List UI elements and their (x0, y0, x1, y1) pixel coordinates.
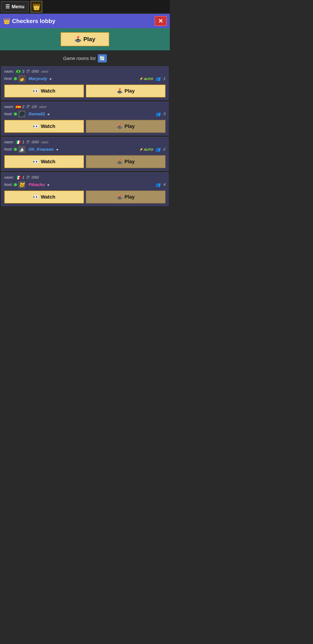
online-indicator (14, 183, 17, 186)
play-room-label: Play (124, 124, 134, 129)
host-right: ⚡ AUTO 👥 :1 (139, 76, 166, 81)
rated-badge: rated (41, 70, 48, 73)
people-icon: 👥 (155, 182, 160, 187)
room-info-line: room: 🇪🇸 2 ⏱ :1/0 rated (4, 104, 166, 110)
host-name-tag: Demo01 ◂ (27, 111, 49, 117)
room-host-line: host: 🏔️ Oh_Krausen ◂ ⚡ AUTO 👥 :2 (4, 146, 166, 153)
room-info-line: room: 🇮🇹 1 ⏱ :0/60 rated (4, 140, 166, 145)
play-main-icon: 🕹️ (74, 36, 81, 43)
play-room-button[interactable]: 🕹️ Play (86, 84, 166, 98)
host-label: host: (4, 182, 12, 187)
timer-icon: ⏱ (26, 175, 29, 180)
room-clock: :0/60 (31, 140, 39, 144)
watch-button[interactable]: 👀 Watch (4, 84, 84, 98)
host-name-tag: Marycuty ◂ (27, 76, 51, 82)
timer-icon: ⏱ (26, 69, 29, 74)
host-right: 👥 :4 (155, 182, 166, 187)
watch-icon: 👀 (33, 124, 39, 129)
host-label: host: (4, 76, 12, 81)
auto-label: AUTO (144, 148, 153, 152)
room-card-3: room: 🇮🇹 1 ⏱ :0/60 rated host: 🏔️ Oh_Kra… (1, 137, 168, 170)
host-avatar: 🐱 (18, 181, 25, 188)
watch-button[interactable]: 👀 Watch (4, 190, 84, 204)
watch-button[interactable]: 👀 Watch (4, 155, 84, 168)
refresh-button[interactable]: 🔄 (98, 54, 107, 62)
host-label: host: (4, 112, 12, 116)
refresh-icon: 🔄 (99, 56, 105, 61)
play-room-button[interactable]: 🕹️ Play (86, 155, 166, 168)
host-name-tag: Pikachu ◂ (27, 182, 49, 188)
play-main-button[interactable]: 🕹️ Play (60, 32, 109, 46)
rooms-container: room: 🇧🇷 3 ⏱ :0/60 rated host: 🧑 Marycut… (0, 66, 170, 206)
watch-label: Watch (41, 194, 55, 200)
play-room-button[interactable]: 🕹️ Play (86, 190, 166, 204)
room-label: room: (4, 105, 14, 109)
host-right: ⚡ AUTO 👥 :2 (139, 147, 166, 152)
room-label: room: (4, 175, 14, 180)
people-count: :4 (163, 183, 166, 187)
room-flag: 🇲🇽 (15, 175, 21, 180)
play-room-label: Play (124, 88, 134, 94)
room-card-4: room: 🇲🇽 1 ⏱ :0/60 host: 🐱 Pikachu ◂ 👥 :… (1, 172, 168, 206)
room-card-1: room: 🇧🇷 3 ⏱ :0/60 rated host: 🧑 Marycut… (1, 66, 168, 100)
room-number: 3 (22, 69, 24, 74)
online-indicator (14, 77, 17, 80)
host-left: host: 🌑 Demo01 ◂ (4, 110, 49, 118)
auto-icon: ⚡ (139, 147, 143, 152)
room-card-2: room: 🇪🇸 2 ⏱ :1/0 rated host: 🌑 Demo01 ◂… (1, 102, 168, 135)
people-icon: 👥 (155, 76, 160, 81)
room-label: room: (4, 69, 14, 74)
host-name: Pikachu (27, 182, 47, 188)
play-room-button[interactable]: 🕹️ Play (86, 120, 166, 133)
people-count: :2 (163, 147, 166, 152)
play-room-label: Play (124, 159, 134, 164)
play-main-label: Play (83, 36, 95, 43)
host-left: host: 🏔️ Oh_Krausen ◂ (4, 146, 58, 153)
room-label: room: (4, 140, 14, 144)
host-avatar: 🧑 (18, 75, 25, 82)
room-clock: :0/60 (31, 176, 39, 180)
host-label: host: (4, 147, 12, 152)
watch-label: Watch (41, 159, 55, 164)
room-host-line: host: 🌑 Demo01 ◂ 👥 :3 (4, 110, 166, 118)
rooms-list-header: Game rooms list 🔄 (0, 50, 170, 64)
watch-label: Watch (41, 124, 55, 129)
auto-label: AUTO (144, 77, 153, 81)
room-info-line: room: 🇲🇽 1 ⏱ :0/60 (4, 175, 166, 180)
watch-icon: 👀 (33, 194, 39, 200)
menu-button[interactable]: ☰ Menu (1, 1, 29, 12)
host-name: Oh_Krausen (27, 146, 56, 152)
host-name-bracket: ◂ (47, 182, 49, 187)
auto-icon: ⚡ (139, 77, 143, 81)
people-count: :1 (163, 77, 166, 81)
host-name-bracket: ◂ (56, 147, 58, 152)
title-icon: 👑 (3, 18, 10, 24)
host-avatar: 🌑 (18, 110, 25, 118)
host-name-bracket: ◂ (47, 112, 49, 116)
room-number: 1 (22, 140, 24, 144)
watch-button[interactable]: 👀 Watch (4, 120, 84, 133)
close-button[interactable]: ✕ (155, 16, 167, 26)
page-title: Checkers lobby (12, 18, 55, 24)
crown-button[interactable]: 👑 (31, 1, 42, 12)
top-bar: ☰ Menu 👑 (0, 0, 170, 14)
people-icon: 👥 (155, 112, 160, 116)
people-count: :3 (163, 112, 166, 116)
play-banner: 🕹️ Play (0, 28, 170, 50)
play-room-icon: 🕹️ (117, 194, 123, 200)
host-name: Demo01 (27, 111, 47, 117)
people-icon: 👥 (155, 147, 160, 152)
room-buttons: 👀 Watch 🕹️ Play (4, 155, 166, 168)
menu-label: Menu (12, 4, 24, 10)
online-indicator (14, 148, 17, 151)
room-host-line: host: 🐱 Pikachu ◂ 👥 :4 (4, 181, 166, 188)
menu-icon: ☰ (5, 4, 10, 10)
title-bar: 👑 Checkers lobby ✕ (0, 14, 170, 28)
play-room-icon: 🕹️ (117, 159, 123, 164)
auto-badge: ⚡ AUTO (139, 77, 153, 81)
room-buttons: 👀 Watch 🕹️ Play (4, 120, 166, 133)
room-host-line: host: 🧑 Marycuty ◂ ⚡ AUTO 👥 :1 (4, 75, 166, 82)
watch-label: Watch (41, 88, 55, 94)
title-bar-left: 👑 Checkers lobby (3, 18, 55, 24)
timer-icon: ⏱ (26, 105, 29, 109)
